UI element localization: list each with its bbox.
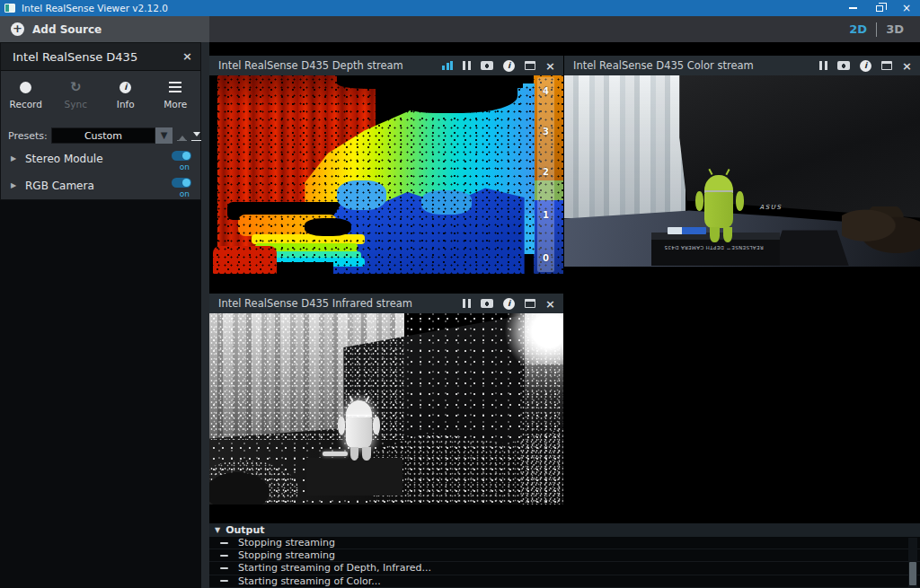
presets-row: Presets: Custom ▼ [1, 127, 200, 144]
restore-icon [876, 5, 883, 12]
output-collapse-icon: ▼ [215, 526, 220, 534]
module-label: RGB Camera [25, 180, 94, 192]
depth-stream-image: 43210 [209, 75, 563, 274]
pause-icon[interactable] [463, 61, 471, 70]
depth-scale: 43210 [537, 77, 554, 272]
depth-stream-panel: Intel RealSense D435 Depth stream i × [209, 56, 563, 274]
more-icon [169, 82, 181, 84]
device-panel: Intel RealSense D435 × Record ↻ Sync i I… [0, 42, 201, 200]
pause-icon[interactable] [463, 299, 471, 308]
info-icon: i [119, 82, 131, 93]
download-preset-icon[interactable] [191, 131, 201, 141]
depth-stream-title: Intel RealSense D435 Depth stream [218, 59, 442, 72]
color-stream-header: Intel RealSense D435 Color stream i × [564, 56, 920, 75]
depth-stream-header: Intel RealSense D435 Depth stream i × [209, 56, 563, 75]
more-button[interactable]: More [151, 77, 201, 110]
toggle-knob [182, 179, 190, 187]
expand-arrow-icon[interactable]: ▶ [11, 154, 16, 162]
output-header[interactable]: ▼ Output [209, 523, 920, 537]
device-close-button[interactable]: × [182, 50, 192, 62]
log-line: Starting streaming of Color... [209, 575, 920, 588]
view-toolbar: 2D 3D [209, 16, 920, 42]
color-stream-title: Intel RealSense D435 Color stream [573, 59, 819, 72]
log-text: Stopping streaming [238, 537, 335, 549]
log-dash-icon [220, 555, 228, 557]
stream-info-icon[interactable]: i [860, 60, 871, 72]
snapshot-camera-icon[interactable] [481, 61, 493, 70]
presets-dropdown-arrow[interactable]: ▼ [155, 127, 172, 144]
close-icon: × [902, 3, 911, 13]
stats-chart-icon[interactable] [442, 61, 453, 70]
rgb-camera-toggle[interactable] [172, 178, 191, 188]
toggle-state-label: on [180, 162, 190, 171]
close-button[interactable]: × [893, 0, 920, 16]
log-line: Starting streaming of Depth, Infrared... [209, 562, 920, 575]
viewport: Intel RealSense D435 Depth stream i × [209, 42, 920, 588]
info-button[interactable]: i Info [101, 77, 151, 110]
minimize-icon [849, 7, 857, 9]
record-button[interactable]: Record [1, 77, 51, 110]
module-row-rgb: ▶ RGB Camera on [1, 178, 200, 201]
app-icon [4, 4, 15, 13]
minimize-button[interactable] [839, 0, 866, 16]
android-figurine [564, 75, 920, 274]
sidebar: Intel RealSense D435 × Record ↻ Sync i I… [0, 42, 209, 588]
record-icon [20, 82, 31, 93]
infrared-stream-title: Intel RealSense D435 Infrared stream [218, 297, 463, 310]
log-dash-icon [220, 580, 228, 582]
sync-button[interactable]: ↻ Sync [51, 77, 102, 110]
depth-noise-overlay [209, 75, 563, 274]
scale-tick: 2 [537, 167, 554, 177]
close-stream-icon[interactable]: × [545, 60, 555, 72]
snapshot-camera-icon[interactable] [481, 299, 493, 308]
restore-button[interactable] [866, 0, 893, 16]
scale-tick: 0 [537, 252, 554, 262]
output-panel: ▼ Output Stopping streamingStopping stre… [209, 523, 920, 588]
output-scrollbar[interactable] [908, 538, 917, 587]
window-title: Intel RealSense Viewer v2.12.0 [22, 3, 168, 13]
pause-icon[interactable] [819, 61, 827, 70]
output-scrollbar-thumb[interactable] [909, 562, 916, 585]
presets-label: Presets: [8, 130, 48, 142]
presets-dropdown[interactable]: Custom [51, 127, 155, 144]
sidebar-scrollbar[interactable] [201, 42, 209, 588]
titlebar: Intel RealSense Viewer v2.12.0 × [0, 0, 920, 16]
color-stream-panel: Intel RealSense D435 Color stream i × AS… [564, 56, 920, 274]
log-dash-icon [220, 567, 228, 569]
infrared-stream-image [209, 313, 563, 512]
expand-arrow-icon[interactable]: ▶ [11, 181, 16, 189]
scale-tick: 1 [537, 209, 554, 219]
log-text: Starting streaming of Depth, Infrared... [238, 562, 431, 574]
app-window: Intel RealSense Viewer v2.12.0 × + Add S… [0, 0, 920, 588]
log-dash-icon [220, 542, 228, 544]
close-stream-icon[interactable]: × [902, 60, 912, 72]
snapshot-camera-icon[interactable] [837, 61, 850, 70]
toggle-knob [182, 152, 190, 160]
close-stream-icon[interactable]: × [545, 298, 555, 310]
maximize-window-icon[interactable] [881, 61, 892, 70]
add-source-bar[interactable]: + Add Source [0, 16, 209, 42]
color-stream-image: ASUS REALSENSE™ DEPTH CAMERA D435 [564, 75, 920, 274]
infrared-stream-panel: Intel RealSense D435 Infrared stream i × [209, 294, 563, 512]
window-controls: × [839, 0, 920, 16]
maximize-window-icon[interactable] [525, 299, 535, 308]
log-text: Stopping streaming [238, 549, 335, 561]
view-3d-button[interactable]: 3D [877, 22, 913, 36]
plus-circle-icon: + [11, 22, 24, 36]
add-source-label: Add Source [32, 23, 102, 36]
upload-preset-icon[interactable] [177, 131, 187, 141]
stream-info-icon[interactable]: i [503, 60, 515, 72]
module-row-stereo: ▶ Stereo Module on [1, 151, 200, 174]
toggle-state-label: on [180, 189, 190, 198]
maximize-window-icon[interactable] [525, 61, 535, 70]
device-actions: Record ↻ Sync i Info More [1, 77, 200, 110]
output-title: Output [226, 524, 264, 536]
stereo-module-toggle[interactable] [172, 151, 191, 161]
device-title: Intel RealSense D435 [13, 50, 137, 64]
stream-info-icon[interactable]: i [503, 298, 515, 310]
sync-icon: ↻ [70, 81, 82, 94]
log-line: Stopping streaming [209, 549, 920, 562]
output-log: Stopping streamingStopping streamingStar… [209, 537, 920, 588]
view-2d-button[interactable]: 2D [840, 22, 876, 36]
scale-tick: 4 [537, 86, 554, 96]
